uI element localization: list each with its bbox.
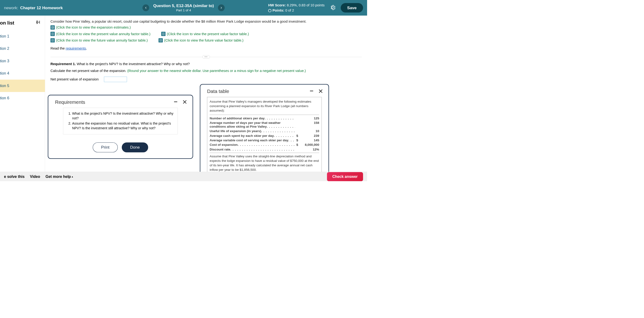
prev-question-button[interactable] (142, 4, 149, 11)
content-area: Consider how Pine Valley, a popular ski … (45, 15, 367, 172)
calc-instruction: Calculate the net present value of the e… (50, 69, 362, 73)
question-title-block: Question 5, E12-35A (similar to) Part 1 … (153, 3, 214, 12)
score-block: HW Score: 8.29%, 0.83 of 10 points Point… (268, 2, 324, 13)
close-button[interactable] (318, 89, 323, 94)
requirement-heading: Requirement 1. What is the project's NPV… (50, 62, 362, 66)
print-button[interactable]: Print (93, 142, 118, 152)
points-circle-icon (268, 9, 272, 12)
header-prefix: nework: (4, 5, 18, 10)
link-pv-table[interactable]: (Click the icon to view the present valu… (161, 32, 249, 36)
question-sidebar: on list tion 1tion 2tion 3tion 4tion 5ti… (0, 15, 45, 172)
requirement-item: What is the project's NPV? Is the invest… (72, 111, 174, 121)
sidebar-item-question-5[interactable]: tion 5 (0, 79, 45, 92)
requirements-popup-title: Requirements (55, 99, 174, 105)
expand-section-button[interactable]: ••• (202, 55, 210, 58)
sidebar-title: on list (0, 20, 14, 26)
header-left: nework: Chapter 12 Homework (4, 5, 63, 10)
video-button[interactable]: Video (30, 175, 40, 179)
header-title: Chapter 12 Homework (20, 5, 63, 10)
requirements-link[interactable]: requirements (66, 46, 86, 50)
settings-button[interactable] (330, 5, 336, 10)
data-row: Number of additional skiers per day 125 (210, 116, 319, 120)
document-icon (158, 38, 163, 42)
sidebar-item-question-1[interactable]: tion 1 (0, 30, 45, 42)
data-row: Cost of expansion $8,000,000 (210, 142, 319, 147)
data-intro: Assume that Pine Valley's managers devel… (210, 99, 319, 113)
main: on list tion 1tion 2tion 3tion 4tion 5ti… (0, 15, 367, 172)
get-more-help-button[interactable]: Get more help▴ (46, 175, 73, 179)
data-popup-title: Data table (207, 89, 310, 94)
sidebar-header: on list (0, 18, 45, 30)
document-icon (50, 38, 55, 42)
question-part: Part 1 of 4 (153, 8, 214, 12)
npv-input[interactable] (104, 77, 127, 82)
solve-this-button[interactable]: e solve this (4, 175, 24, 179)
top-header: nework: Chapter 12 Homework Question 5, … (0, 0, 367, 15)
link-pva-table[interactable]: (Click the icon to view the present valu… (50, 32, 150, 36)
data-body: Assume that Pine Valley's managers devel… (207, 97, 322, 172)
hw-score-value: 8.29%, 0.83 of 10 points (287, 3, 324, 7)
data-row: Average variable cost of serving each sk… (210, 138, 319, 142)
save-button[interactable]: Save (341, 3, 363, 12)
data-row: Average number of days per year that wea… (210, 121, 319, 129)
link-estimates[interactable]: (Click the icon to view the expansion es… (50, 25, 362, 29)
read-requirements: Read the requirements. (50, 46, 362, 50)
link-fv-table[interactable]: (Click the icon to view the future value… (158, 38, 244, 42)
document-icon (50, 32, 55, 36)
caret-up-icon: ▴ (72, 175, 73, 178)
done-button[interactable]: Done (122, 142, 148, 152)
header-center: Question 5, E12-35A (similar to) Part 1 … (142, 3, 224, 12)
table-icon (50, 25, 55, 29)
document-icon (161, 32, 166, 36)
sidebar-item-question-2[interactable]: tion 2 (0, 42, 45, 55)
check-answer-button[interactable]: Check answer (327, 172, 363, 181)
data-table-popup: Data table – Assume that Pine Valley's m… (200, 84, 329, 172)
svg-rect-0 (52, 26, 54, 28)
sidebar-item-question-4[interactable]: tion 4 (0, 67, 45, 79)
bottom-bar: e solve this Video Get more help▴ Check … (0, 172, 367, 181)
requirements-popup: Requirements – What is the project's NPV… (48, 95, 193, 159)
link-fva-table[interactable]: (Click the icon to view the future value… (50, 38, 148, 42)
npv-label: Net present value of expansion (50, 77, 99, 81)
question-title: Question 5, E12-35A (similar to) (153, 3, 214, 8)
data-row: Useful life of expansion (in years) 10 (210, 129, 319, 133)
sidebar-item-question-6[interactable]: tion 6 (0, 92, 45, 104)
close-button[interactable] (182, 100, 187, 105)
data-row: Average cash spent by each skier per day… (210, 133, 319, 138)
points-value: 0 of 2 (285, 8, 294, 12)
requirements-body: What is the project's NPV? Is the invest… (63, 108, 178, 134)
next-question-button[interactable] (218, 4, 225, 11)
requirement-item: Assume the expansion has no residual val… (72, 121, 174, 130)
collapse-sidebar-button[interactable] (36, 19, 41, 26)
npv-row: Net present value of expansion (50, 77, 362, 82)
sidebar-item-question-3[interactable]: tion 3 (0, 55, 45, 67)
data-footer: Assume that Pine Valley uses the straigh… (210, 154, 319, 172)
problem-intro: Consider how Pine Valley, a popular ski … (50, 19, 362, 24)
header-right: HW Score: 8.29%, 0.83 of 10 points Point… (268, 2, 363, 13)
data-row: Discount rate 12% (210, 147, 319, 151)
